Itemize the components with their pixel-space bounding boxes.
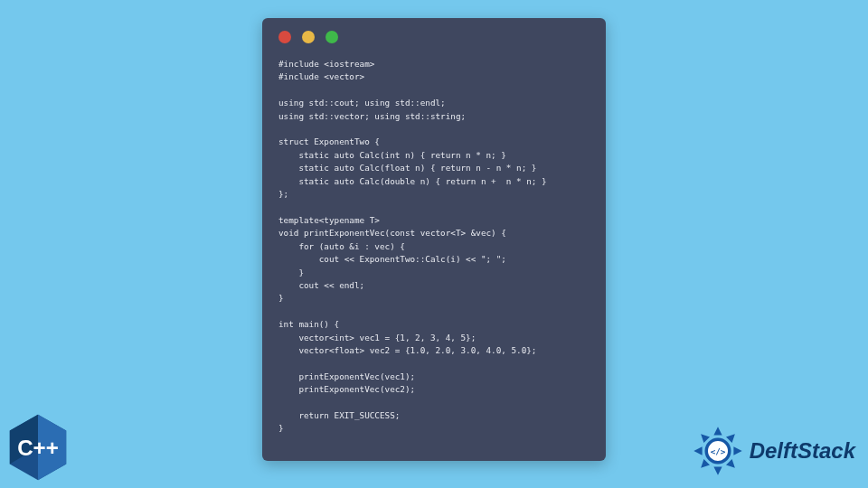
brand-name: DelftStack xyxy=(750,438,855,464)
close-icon[interactable] xyxy=(278,31,291,43)
cpp-label: C++ xyxy=(17,436,59,460)
minimize-icon[interactable] xyxy=(302,31,315,43)
code-window: #include <iostream> #include <vector> us… xyxy=(262,18,606,461)
window-controls xyxy=(278,31,590,43)
code-block: #include <iostream> #include <vector> us… xyxy=(278,58,590,436)
cpp-logo: C++ xyxy=(5,412,71,483)
brand-emblem-icon: </> xyxy=(692,425,744,477)
svg-marker-4 xyxy=(713,427,722,435)
svg-text:</>: </> xyxy=(710,446,725,456)
maximize-icon[interactable] xyxy=(326,31,338,43)
brand: </> DelftStack xyxy=(692,425,855,477)
